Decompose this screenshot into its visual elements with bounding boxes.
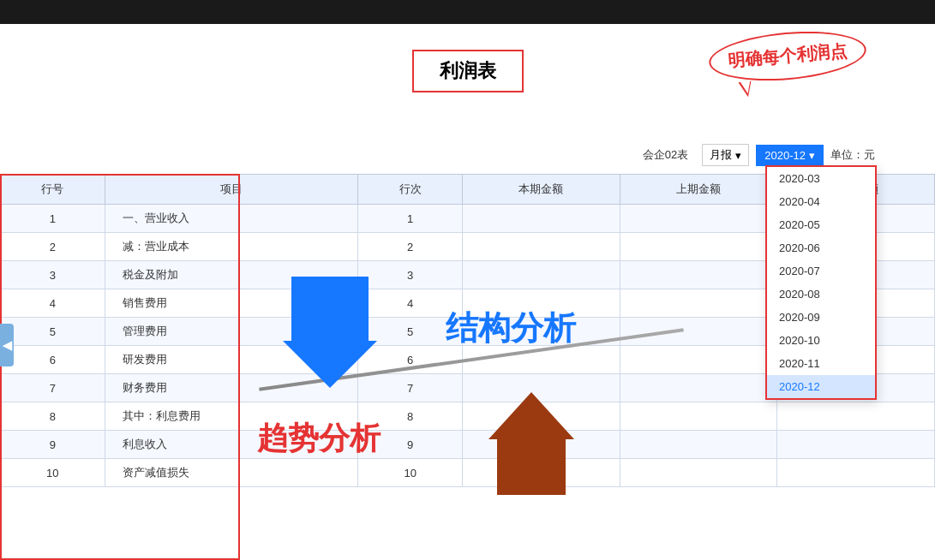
cell-id: 4 [1,289,105,318]
cell-seq: 10 [358,459,463,487]
dropdown-option[interactable]: 2020-04 [767,190,875,213]
brown-arrow-svg [488,392,574,495]
cell-prev [620,374,777,402]
cell-prev [620,233,777,261]
cell-prev [620,431,777,459]
table-row: 10 资产减值损失 10 [1,459,935,487]
qushi-text: 趋势分析 [257,418,381,460]
cell-prev [620,261,777,289]
left-chevron-icon: ◀ [3,338,12,352]
cell-annual [777,431,935,459]
cell-seq: 2 [358,233,463,261]
dropdown-option[interactable]: 2020-03 [767,167,875,190]
dropdown-option[interactable]: 2020-06 [767,236,875,259]
cell-annual [777,459,935,487]
period-type-chevron: ▾ [735,149,741,162]
cell-id: 2 [1,233,105,261]
page-title: 利润表 [440,60,496,81]
cell-prev [620,205,777,233]
table-row: 9 利息收入 9 [1,431,935,459]
col-header-prev: 上期金额 [620,175,777,205]
cell-prev [620,402,777,431]
cell-prev [620,459,777,487]
period-value-select[interactable]: 2020-12 ▾ [756,145,824,166]
company-label: 会企02表 [643,147,688,163]
col-header-seq: 行次 [358,175,463,205]
cell-id: 1 [1,205,105,233]
cell-item: 资产减值损失 [105,459,358,487]
dropdown-option[interactable]: 2020-07 [767,259,875,283]
jiegou-text: 结构分析 [446,307,576,350]
dropdown-option[interactable]: 2020-11 [767,352,875,375]
cell-id: 5 [1,318,105,346]
cell-current [463,233,620,261]
period-dropdown[interactable]: 2020-032020-042020-052020-062020-072020-… [765,165,877,400]
cell-id: 9 [1,431,105,459]
cell-id: 6 [1,346,105,374]
cell-current [463,205,620,233]
cell-id: 3 [1,261,105,289]
brown-up-arrow [488,392,574,498]
cell-prev [620,289,777,318]
cell-prev [620,318,777,346]
col-header-item: 项目 [105,175,358,205]
title-box: 利润表 [412,50,524,92]
col-header-current: 本期金额 [463,175,620,205]
cell-id: 10 [1,459,105,487]
cell-id: 8 [1,402,105,431]
top-bar [0,0,935,24]
dropdown-option[interactable]: 2020-08 [767,283,875,306]
svg-marker-1 [488,392,574,495]
blue-arrow-svg [283,277,377,388]
dropdown-option[interactable]: 2020-05 [767,213,875,236]
cell-item: 一、营业收入 [105,205,358,233]
left-collapse-button[interactable]: ◀ [0,324,14,366]
dropdown-option[interactable]: 2020-09 [767,306,875,329]
dropdown-option[interactable]: 2020-10 [767,329,875,352]
col-header-id: 行号 [1,175,105,205]
period-type-select[interactable]: 月报 ▾ [702,144,749,166]
main-content: 明确每个利润点 利润表 会企02表 月报 ▾ 2020-12 ▾ 单位：元 行号… [0,24,935,560]
svg-marker-0 [283,277,377,388]
period-type-label: 月报 [710,147,732,163]
cell-item: 减：营业成本 [105,233,358,261]
controls-row: 会企02表 月报 ▾ 2020-12 ▾ 单位：元 [643,144,875,166]
table-row: 8 其中：利息费用 8 [1,402,935,431]
cell-id: 7 [1,374,105,402]
cell-current [463,261,620,289]
title-area: 利润表 [171,50,764,92]
cell-prev [620,346,777,374]
unit-label: 单位：元 [830,147,875,163]
period-value-label: 2020-12 [764,149,806,162]
dropdown-option[interactable]: 2020-12 [767,375,875,398]
period-value-chevron: ▾ [809,149,815,162]
cell-annual [777,402,935,431]
cell-seq: 1 [358,205,463,233]
